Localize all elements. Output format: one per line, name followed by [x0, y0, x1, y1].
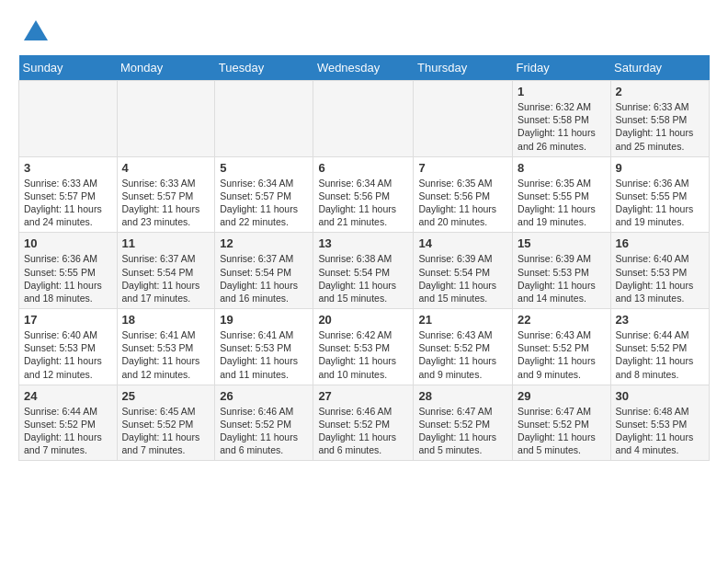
calendar-cell: 4Sunrise: 6:33 AMSunset: 5:57 PMDaylight… [117, 156, 215, 233]
column-header-saturday: Saturday [610, 55, 709, 81]
calendar-cell [215, 81, 313, 157]
column-header-tuesday: Tuesday [215, 55, 313, 81]
calendar-cell: 5Sunrise: 6:34 AMSunset: 5:57 PMDaylight… [215, 156, 313, 233]
day-info: Sunrise: 6:47 AMSunset: 5:52 PMDaylight:… [518, 405, 606, 457]
calendar-week-row: 24Sunrise: 6:44 AMSunset: 5:52 PMDayligh… [19, 385, 710, 461]
calendar-cell: 3Sunrise: 6:33 AMSunset: 5:57 PMDaylight… [19, 156, 118, 233]
day-number: 28 [418, 389, 507, 403]
day-info: Sunrise: 6:36 AMSunset: 5:55 PMDaylight:… [616, 177, 704, 229]
day-number: 25 [122, 389, 210, 403]
day-info: Sunrise: 6:42 AMSunset: 5:53 PMDaylight:… [318, 328, 408, 381]
logo [18, 18, 50, 46]
day-info: Sunrise: 6:33 AMSunset: 5:57 PMDaylight:… [24, 177, 112, 229]
day-info: Sunrise: 6:34 AMSunset: 5:57 PMDaylight:… [220, 177, 308, 229]
day-number: 7 [418, 161, 507, 175]
calendar-cell: 7Sunrise: 6:35 AMSunset: 5:56 PMDaylight… [414, 156, 513, 233]
calendar-week-row: 1Sunrise: 6:32 AMSunset: 5:58 PMDaylight… [19, 81, 710, 157]
calendar-cell: 30Sunrise: 6:48 AMSunset: 5:53 PMDayligh… [610, 385, 709, 461]
page-header [18, 18, 710, 46]
day-number: 18 [122, 313, 210, 327]
calendar-cell: 12Sunrise: 6:37 AMSunset: 5:54 PMDayligh… [215, 233, 313, 309]
day-number: 14 [418, 236, 507, 250]
day-number: 22 [518, 313, 606, 327]
calendar-cell: 15Sunrise: 6:39 AMSunset: 5:53 PMDayligh… [513, 233, 611, 309]
calendar-header-row: SundayMondayTuesdayWednesdayThursdayFrid… [19, 55, 710, 81]
day-number: 20 [318, 313, 408, 327]
calendar-cell: 13Sunrise: 6:38 AMSunset: 5:54 PMDayligh… [313, 233, 414, 309]
calendar-cell: 16Sunrise: 6:40 AMSunset: 5:53 PMDayligh… [610, 233, 709, 309]
day-info: Sunrise: 6:47 AMSunset: 5:52 PMDaylight:… [418, 405, 507, 457]
day-number: 4 [122, 161, 210, 175]
day-info: Sunrise: 6:39 AMSunset: 5:54 PMDaylight:… [418, 252, 507, 304]
day-number: 30 [616, 389, 704, 403]
column-header-thursday: Thursday [414, 55, 513, 81]
day-info: Sunrise: 6:33 AMSunset: 5:57 PMDaylight:… [122, 177, 210, 229]
day-info: Sunrise: 6:39 AMSunset: 5:53 PMDaylight:… [518, 252, 606, 304]
day-number: 13 [318, 236, 408, 250]
day-number: 26 [220, 389, 308, 403]
day-number: 12 [220, 236, 308, 250]
calendar-cell: 28Sunrise: 6:47 AMSunset: 5:52 PMDayligh… [414, 385, 513, 461]
day-info: Sunrise: 6:44 AMSunset: 5:52 PMDaylight:… [616, 328, 704, 381]
calendar-week-row: 3Sunrise: 6:33 AMSunset: 5:57 PMDaylight… [19, 156, 710, 233]
calendar-cell: 9Sunrise: 6:36 AMSunset: 5:55 PMDaylight… [610, 156, 709, 233]
column-header-friday: Friday [513, 55, 611, 81]
day-info: Sunrise: 6:36 AMSunset: 5:55 PMDaylight:… [24, 252, 112, 304]
calendar-cell: 20Sunrise: 6:42 AMSunset: 5:53 PMDayligh… [313, 309, 414, 385]
calendar-cell: 8Sunrise: 6:35 AMSunset: 5:55 PMDaylight… [513, 156, 611, 233]
day-number: 5 [220, 161, 308, 175]
day-info: Sunrise: 6:33 AMSunset: 5:58 PMDaylight:… [616, 100, 704, 153]
column-header-wednesday: Wednesday [313, 55, 414, 81]
day-info: Sunrise: 6:40 AMSunset: 5:53 PMDaylight:… [24, 328, 112, 381]
day-info: Sunrise: 6:35 AMSunset: 5:55 PMDaylight:… [518, 177, 606, 229]
calendar-table: SundayMondayTuesdayWednesdayThursdayFrid… [18, 55, 710, 461]
day-number: 27 [318, 389, 408, 403]
day-info: Sunrise: 6:43 AMSunset: 5:52 PMDaylight:… [518, 328, 606, 381]
day-number: 17 [24, 313, 112, 327]
day-number: 9 [616, 161, 704, 175]
day-info: Sunrise: 6:48 AMSunset: 5:53 PMDaylight:… [616, 405, 704, 457]
day-number: 29 [518, 389, 606, 403]
calendar-cell [313, 81, 414, 157]
calendar-week-row: 10Sunrise: 6:36 AMSunset: 5:55 PMDayligh… [19, 233, 710, 309]
calendar-cell: 21Sunrise: 6:43 AMSunset: 5:52 PMDayligh… [414, 309, 513, 385]
day-info: Sunrise: 6:46 AMSunset: 5:52 PMDaylight:… [220, 405, 308, 457]
day-info: Sunrise: 6:37 AMSunset: 5:54 PMDaylight:… [220, 252, 308, 304]
calendar-cell: 18Sunrise: 6:41 AMSunset: 5:53 PMDayligh… [117, 309, 215, 385]
calendar-cell: 25Sunrise: 6:45 AMSunset: 5:52 PMDayligh… [117, 385, 215, 461]
day-info: Sunrise: 6:41 AMSunset: 5:53 PMDaylight:… [122, 328, 210, 381]
calendar-cell: 6Sunrise: 6:34 AMSunset: 5:56 PMDaylight… [313, 156, 414, 233]
day-info: Sunrise: 6:41 AMSunset: 5:53 PMDaylight:… [220, 328, 308, 381]
day-number: 24 [24, 389, 112, 403]
day-number: 11 [122, 236, 210, 250]
day-info: Sunrise: 6:38 AMSunset: 5:54 PMDaylight:… [318, 252, 408, 304]
column-header-sunday: Sunday [19, 55, 118, 81]
day-info: Sunrise: 6:46 AMSunset: 5:52 PMDaylight:… [318, 405, 408, 457]
day-number: 15 [518, 236, 606, 250]
calendar-cell [117, 81, 215, 157]
day-info: Sunrise: 6:45 AMSunset: 5:52 PMDaylight:… [122, 405, 210, 457]
day-number: 19 [220, 313, 308, 327]
calendar-cell: 2Sunrise: 6:33 AMSunset: 5:58 PMDaylight… [610, 81, 709, 157]
day-number: 6 [318, 161, 408, 175]
calendar-cell [19, 81, 118, 157]
column-header-monday: Monday [117, 55, 215, 81]
logo-icon [22, 18, 50, 46]
day-number: 3 [24, 161, 112, 175]
day-info: Sunrise: 6:32 AMSunset: 5:58 PMDaylight:… [518, 100, 606, 153]
calendar-cell: 29Sunrise: 6:47 AMSunset: 5:52 PMDayligh… [513, 385, 611, 461]
day-number: 10 [24, 236, 112, 250]
day-info: Sunrise: 6:40 AMSunset: 5:53 PMDaylight:… [616, 252, 704, 304]
calendar-cell: 27Sunrise: 6:46 AMSunset: 5:52 PMDayligh… [313, 385, 414, 461]
calendar-cell: 10Sunrise: 6:36 AMSunset: 5:55 PMDayligh… [19, 233, 118, 309]
day-number: 8 [518, 161, 606, 175]
calendar-cell: 23Sunrise: 6:44 AMSunset: 5:52 PMDayligh… [610, 309, 709, 385]
day-info: Sunrise: 6:35 AMSunset: 5:56 PMDaylight:… [418, 177, 507, 229]
day-number: 2 [616, 85, 704, 98]
calendar-week-row: 17Sunrise: 6:40 AMSunset: 5:53 PMDayligh… [19, 309, 710, 385]
day-number: 23 [616, 313, 704, 327]
calendar-cell: 19Sunrise: 6:41 AMSunset: 5:53 PMDayligh… [215, 309, 313, 385]
calendar-cell: 24Sunrise: 6:44 AMSunset: 5:52 PMDayligh… [19, 385, 118, 461]
calendar-cell: 22Sunrise: 6:43 AMSunset: 5:52 PMDayligh… [513, 309, 611, 385]
day-info: Sunrise: 6:37 AMSunset: 5:54 PMDaylight:… [122, 252, 210, 304]
